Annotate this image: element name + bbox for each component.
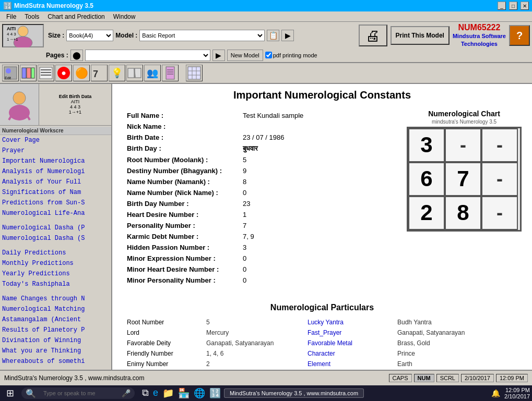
sidebar-life-ana[interactable]: Numerological Life-Ana <box>0 208 111 218</box>
edit-birth-area[interactable]: Edit Birth Data AITI4 4 31→+1 <box>39 84 111 125</box>
grid-cell-5: - <box>481 162 518 196</box>
maximize-btn[interactable]: □ <box>509 2 517 10</box>
sidebar-name-changes[interactable]: Name Changes through N <box>0 294 111 304</box>
svg-rect-17 <box>135 68 141 78</box>
menu-chart[interactable]: Chart and Prediction <box>43 12 109 21</box>
close-btn[interactable]: ✕ <box>521 2 529 10</box>
sidebar-matching[interactable]: Numerological Matching <box>0 304 111 314</box>
edge-icon[interactable]: e <box>153 387 158 399</box>
pages-play-btn[interactable]: ▶ <box>212 50 225 61</box>
field-value-5: 9 <box>240 166 400 176</box>
menu-file[interactable]: File <box>2 12 20 21</box>
field-label-11: Karmic Debt Number : <box>124 232 239 241</box>
notification-icon[interactable]: 🔔 <box>491 389 500 397</box>
print-model-button[interactable]: Print This Model <box>391 26 450 45</box>
store-icon[interactable]: 🏪 <box>178 387 190 399</box>
sidebar-planetory[interactable]: Results of Planetory P <box>0 325 111 335</box>
tb-icon-1[interactable]: Edit <box>2 65 19 81</box>
taskbar-time-display: 12:09 PM <box>504 387 530 393</box>
folder-icon[interactable]: 📁 <box>162 387 174 399</box>
tb-icon-10[interactable] <box>162 65 179 81</box>
start-button[interactable]: ⊞ <box>2 386 18 400</box>
field-label-0: Full Name : <box>124 111 239 120</box>
table-row: Minor Heart Desire Number : 0 <box>124 264 400 274</box>
part-label-4: Enimy Number <box>124 359 202 369</box>
field-label-4: Root Number (Moolank) : <box>124 155 239 165</box>
svg-text:AITI: AITI <box>7 26 16 31</box>
tb-icon-6[interactable]: 7 <box>91 65 108 81</box>
minimize-btn[interactable]: _ <box>498 2 506 10</box>
tb-icon-3[interactable] <box>38 65 54 81</box>
tb-icon-8[interactable] <box>126 65 143 81</box>
play-icon-btn[interactable]: ▶ <box>281 30 294 41</box>
field-value-10: 7 <box>240 221 400 230</box>
sidebar-dasha-s[interactable]: Numerological Dasha (S <box>0 233 111 244</box>
sidebar-yearly[interactable]: Yearly Predictions <box>0 269 111 279</box>
svg-text:Edit: Edit <box>5 76 11 80</box>
part-right-label-1: Fast_Prayer <box>304 328 393 337</box>
sidebar-monthly[interactable]: Monthly Predictions <box>0 258 111 269</box>
tb-icon-4[interactable]: ● <box>55 65 72 81</box>
copy-icon-btn[interactable]: 📋 <box>267 30 279 41</box>
chrome-icon[interactable]: 🌐 <box>194 387 205 399</box>
tb-icon-11[interactable] <box>186 65 203 81</box>
part-right-value-2: Brass, Gold <box>394 338 521 348</box>
date-badge: 2/10/2017 <box>461 374 494 382</box>
active-app[interactable]: MindSutra's Numerology 3.5 , www.mindsut… <box>224 388 364 398</box>
num-badge-area: NUM65222 Mindsutra Software Technologies <box>453 23 506 48</box>
person-avatar <box>3 88 37 121</box>
tb-icon-9[interactable]: 👥 <box>144 65 161 81</box>
table-row: Destiny Number (Bhagyank) : 9 <box>124 166 400 176</box>
tb-icon-7[interactable]: 💡 <box>109 65 125 81</box>
table-row: Name Number (Nick Name) : 0 <box>124 188 400 198</box>
grid-cell-0: 3 <box>408 128 445 162</box>
avatar-area: AITI 4 4 3 1→+1 <box>2 24 44 47</box>
sidebar-rashiphala[interactable]: Today's Rashiphala <box>0 279 111 289</box>
sidebar-analysis-num[interactable]: Analysis of Numerologi <box>0 166 111 177</box>
pdf-mode-checkbox[interactable] <box>265 52 272 58</box>
new-model-button[interactable]: New Model <box>227 50 263 61</box>
task-view-icon[interactable]: ⧉ <box>142 387 149 399</box>
numerological-grid: 3 - - 6 7 - 2 8 - <box>407 127 522 232</box>
part-value-3: 1, 4, 6 <box>203 349 281 358</box>
svg-rect-9 <box>27 68 31 78</box>
sidebar-prayer[interactable]: Prayer <box>0 145 111 156</box>
sidebar-analysis-full[interactable]: Analysis of Your Full <box>0 177 111 187</box>
table-row: Enimy Number 2 Element Earth <box>124 359 521 369</box>
taskbar-right: 🔔 12:09 PM 2/10/2017 <box>491 387 530 399</box>
statusbar: MindSutra's Numerology 3.5 , www.mindsut… <box>0 370 532 385</box>
search-icon: 🔍 <box>26 388 36 398</box>
part-right-label-3: Character <box>304 349 393 358</box>
model-select[interactable]: Basic Report <box>139 30 265 41</box>
grid-cell-3: 6 <box>408 162 445 196</box>
field-value-1 <box>240 121 400 131</box>
sidebar-significations[interactable]: Significations of Nam <box>0 187 111 198</box>
field-value-15: 0 <box>240 275 400 285</box>
sidebar-cover-page[interactable]: Cover Page <box>0 135 111 145</box>
sidebar-thinking[interactable]: What you are Thinking <box>0 346 111 356</box>
sidebar-important-num[interactable]: Important Numerologica <box>0 156 111 166</box>
sidebar-whereabouts[interactable]: Whereabouts of somethi <box>0 356 111 367</box>
scrl-badge: SCRL <box>436 374 459 382</box>
pages-select[interactable] <box>85 50 210 61</box>
menubar: File Tools Chart and Prediction Window <box>0 11 532 22</box>
help-icon-btn[interactable]: ? <box>509 25 530 46</box>
sidebar-astamangalam[interactable]: Astamangalam (Ancient <box>0 314 111 325</box>
bulb-icon: 💡 <box>111 67 123 79</box>
tb-icon-5[interactable]: 🟠 <box>73 65 90 81</box>
app-icon[interactable]: 🔢 <box>209 387 221 399</box>
field-label-9: Heart Desire Number : <box>124 210 239 220</box>
sidebar-predictions-sun[interactable]: Predictions from Sun-S <box>0 198 111 208</box>
table-row: Friendly Number 1, 4, 6 Character Prince <box>124 349 521 358</box>
search-area[interactable]: 🔍 🎤 <box>21 387 135 399</box>
size-select[interactable]: Book(A4) <box>66 30 113 41</box>
sidebar-divination[interactable]: Divination of Winning <box>0 335 111 346</box>
menu-tools[interactable]: Tools <box>20 12 43 21</box>
part-right-label-0: Lucky Yantra <box>304 318 393 327</box>
sidebar-daily[interactable]: Daily Predictions <box>0 248 111 258</box>
tb-icon-2[interactable] <box>20 65 37 81</box>
sidebar-dasha-p[interactable]: Numerological Dasha (P <box>0 223 111 233</box>
pages-nav-btn[interactable]: ⬤ <box>70 50 83 61</box>
search-input[interactable] <box>38 387 122 399</box>
menu-window[interactable]: Window <box>109 12 140 21</box>
